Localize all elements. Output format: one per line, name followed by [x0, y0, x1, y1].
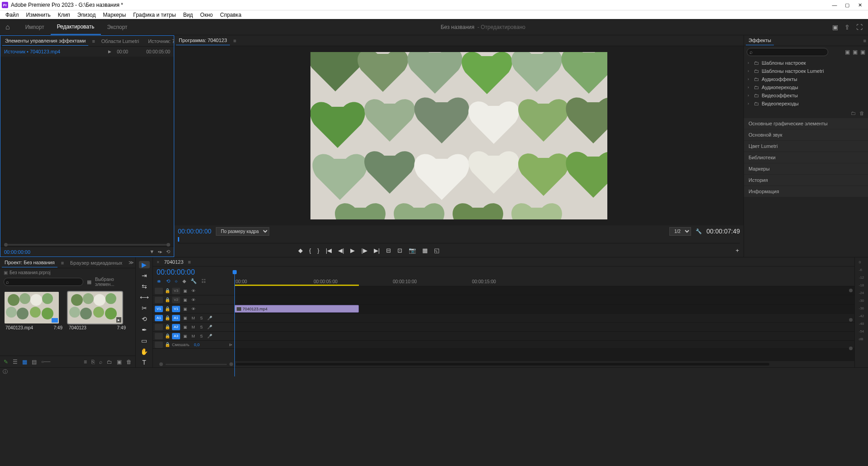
eye-icon[interactable]: 👁 — [190, 307, 196, 311]
freeform-view-icon[interactable]: ▤ — [32, 359, 37, 365]
step-back-icon[interactable]: ◀| — [338, 247, 344, 254]
menu-file[interactable]: Файл — [2, 11, 23, 19]
lock-icon[interactable]: 🔒 — [165, 324, 170, 329]
accelerated-icon[interactable]: ▣ — [845, 49, 850, 55]
tree-presets[interactable]: ›🗀Шаблоны настроек — [744, 59, 868, 67]
tab-effects[interactable]: Эффекты — [746, 36, 774, 45]
menu-window[interactable]: Окно — [196, 11, 216, 19]
eye-icon[interactable]: 👁 — [190, 289, 196, 293]
razor-tool-icon[interactable]: ✂ — [139, 304, 150, 312]
menu-help[interactable]: Справка — [216, 11, 245, 19]
tab-program[interactable]: Программа: 7040123 — [176, 36, 230, 45]
comparison-view-icon[interactable]: ▦ — [422, 247, 428, 254]
lift-icon[interactable]: ⊟ — [386, 247, 391, 254]
timeline-clip[interactable]: 7040123.mp4 — [234, 305, 359, 313]
program-timecode-in[interactable]: 00:00:00:00 — [178, 228, 211, 235]
captions-icon[interactable]: ☷ — [201, 278, 206, 284]
new-item-icon[interactable]: ▣ — [117, 359, 122, 365]
panel-menu-icon[interactable]: ≡ — [234, 38, 236, 43]
toggle-output-icon[interactable]: ▣ — [182, 334, 188, 338]
tab-effect-controls[interactable]: Элементы управления эффектами — [2, 36, 88, 46]
project-search-input[interactable] — [4, 278, 83, 286]
toggle-icon[interactable]: ▪▸ — [158, 249, 162, 255]
tree-video-effects[interactable]: ›🗀Видеоэффекты — [744, 91, 868, 100]
panel-libraries[interactable]: Библиотеки — [744, 152, 868, 163]
export-frame-icon[interactable]: 📷 — [409, 247, 416, 254]
toggle-output-icon[interactable]: ▣ — [182, 316, 188, 320]
lock-icon[interactable]: 🔒 — [165, 288, 170, 293]
timeline-h-scrollbar[interactable] — [236, 363, 769, 366]
loop-icon[interactable]: ⟲ — [166, 249, 170, 255]
sort-icon[interactable]: ≡ — [84, 359, 87, 365]
resolution-dropdown[interactable]: 1/2 — [669, 227, 691, 236]
new-bin-icon[interactable]: 🗀 — [107, 359, 112, 365]
zoom-handle-right[interactable] — [167, 243, 170, 247]
v-scroll-handle[interactable] — [849, 347, 853, 350]
mute-icon[interactable]: M — [190, 325, 196, 329]
toggle-output-icon[interactable]: ▣ — [182, 298, 188, 302]
lock-icon[interactable]: 🔒 — [165, 297, 170, 302]
track-header-a3[interactable]: 🔒A3▣MS🎤 — [153, 332, 234, 341]
expand-icon[interactable]: ⊳ — [229, 342, 233, 347]
track-header-v3[interactable]: 🔒V3▣👁 — [153, 286, 234, 295]
lock-icon[interactable]: 🔒 — [165, 333, 170, 338]
info-icon[interactable]: ⓘ — [3, 368, 8, 375]
zoom-slider[interactable]: ○── — [41, 359, 50, 364]
tab-project[interactable]: Проект: Без названия — [2, 258, 57, 267]
snap-icon[interactable]: ⩩ — [157, 278, 162, 284]
menu-sequence[interactable]: Эпизод — [74, 11, 100, 19]
track-header-v2[interactable]: 🔒V2▣👁 — [153, 295, 234, 304]
go-to-out-icon[interactable]: ▶| — [374, 247, 380, 254]
settings-icon[interactable]: 🔧 — [696, 228, 702, 234]
minimize-button[interactable]: — — [828, 0, 841, 10]
effects-search-input[interactable] — [747, 48, 828, 56]
solo-icon[interactable]: S — [198, 316, 205, 320]
toggle-output-icon[interactable]: ▣ — [182, 289, 188, 293]
share-icon[interactable]: ⇪ — [844, 24, 850, 31]
track-header-a2[interactable]: 🔒A2▣MS🎤 — [153, 323, 234, 332]
extract-icon[interactable]: ⊡ — [397, 247, 402, 254]
timeline-timecode[interactable]: 00:00:00:00 — [157, 268, 231, 276]
write-icon[interactable]: ✎ — [4, 359, 8, 365]
source-patch-v1[interactable]: V1 — [155, 306, 163, 312]
solo-icon[interactable]: S — [198, 334, 205, 338]
button-editor-icon[interactable]: + — [735, 247, 739, 254]
bin-item-sequence[interactable]: ▸ 70401237:49 — [68, 292, 127, 351]
menu-edit[interactable]: Изменить — [23, 11, 54, 19]
play-icon[interactable]: ▶ — [350, 247, 355, 254]
add-marker-icon[interactable]: ◆ — [298, 247, 303, 254]
quick-export-icon[interactable]: ▣ — [832, 24, 838, 31]
solo-icon[interactable]: S — [198, 325, 205, 329]
effect-controls-timecode[interactable]: 00:00:00:00 — [4, 249, 30, 255]
step-forward-icon[interactable]: |▶ — [361, 247, 367, 254]
menu-graphics[interactable]: Графика и титры — [129, 11, 179, 19]
track-header-mix[interactable]: 🔒Смешать0,0 ⊳ — [153, 341, 234, 349]
play-icon[interactable]: ▶ — [108, 49, 111, 54]
tree-audio-effects[interactable]: ›🗀Аудиоэффекты — [744, 75, 868, 83]
workspace-edit[interactable]: Редактировать — [51, 19, 101, 35]
track-header-v1[interactable]: V1🔒V1▣👁 — [153, 304, 234, 314]
timeline-tracks-area[interactable]: 7040123.mp4 — [234, 286, 854, 361]
panel-history[interactable]: История — [744, 175, 868, 185]
timeline-ruler[interactable]: :00:00 00:00:05:00 00:00:10:00 00:00:15:… — [234, 266, 854, 286]
eye-icon[interactable]: 👁 — [190, 298, 196, 302]
slip-tool-icon[interactable]: ⟲ — [139, 315, 150, 323]
panel-menu-icon[interactable]: ≡ — [92, 38, 95, 44]
work-area-bar[interactable] — [234, 285, 359, 286]
menu-clip[interactable]: Клип — [54, 11, 74, 19]
voiceover-icon[interactable]: 🎤 — [206, 334, 213, 338]
mix-volume[interactable]: 0,0 — [194, 342, 200, 347]
maximize-button[interactable]: ▢ — [841, 0, 854, 10]
delete-icon[interactable]: 🗑 — [859, 110, 864, 116]
panel-essential-graphics[interactable]: Основные графические элементы — [744, 118, 868, 129]
go-to-in-icon[interactable]: |◀ — [326, 247, 332, 254]
home-icon[interactable]: ⌂ — [5, 23, 10, 31]
hand-tool-icon[interactable]: ✋ — [139, 348, 150, 355]
icon-view-icon[interactable]: ▦ — [22, 359, 27, 365]
voiceover-icon[interactable]: 🎤 — [206, 316, 213, 320]
panel-menu-icon[interactable]: ≡ — [61, 260, 64, 266]
track-select-tool-icon[interactable]: ⇥ — [139, 272, 150, 279]
find-icon[interactable]: ⌕ — [99, 359, 102, 365]
panel-info[interactable]: Информация — [744, 186, 868, 197]
add-marker-icon[interactable]: ⟐ — [175, 278, 178, 284]
